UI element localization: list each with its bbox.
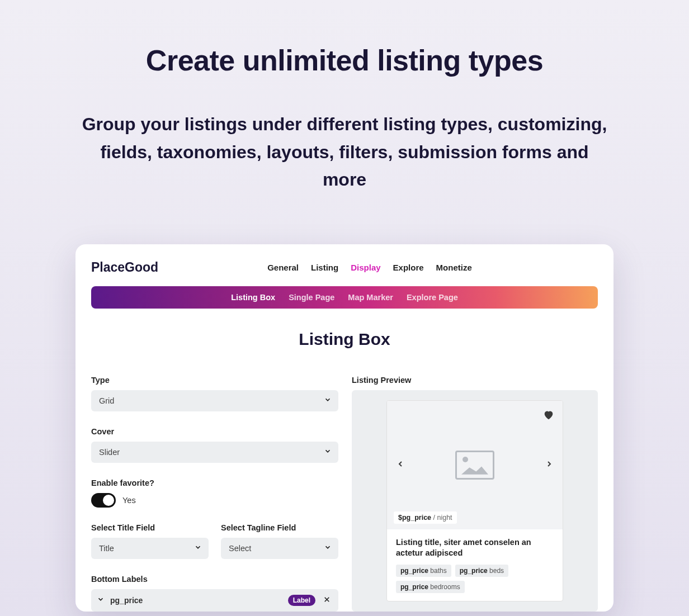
bottom-label-item[interactable]: pg_price Label [91,589,338,612]
section-title: Listing Box [91,330,598,349]
page-subtitle: Group your listings under different list… [76,111,613,194]
preview-media: $pg_price / night [387,401,563,529]
subtab-explore-page[interactable]: Explore Page [407,293,458,302]
tab-listing[interactable]: Listing [311,263,338,272]
tab-general[interactable]: General [267,263,299,272]
preview-box: $pg_price / night Listing title, siter a… [352,390,598,612]
chevron-down-icon[interactable] [97,595,105,605]
preview-heading: Listing Preview [352,376,598,385]
chip-var: pg_price [400,567,428,575]
favorite-value: Yes [122,496,136,505]
image-placeholder-icon [455,451,494,480]
tab-monetize[interactable]: Monetize [436,263,472,272]
tab-display[interactable]: Display [351,263,380,272]
bottom-labels-label: Bottom Labels [91,575,338,584]
card-header: PlaceGood General Listing Display Explor… [91,260,598,286]
cover-select-value: Slider [99,448,120,457]
favorite-toggle[interactable] [91,493,116,508]
tab-explore[interactable]: Explore [393,263,424,272]
type-select-value: Grid [99,396,114,405]
chip-var: pg_price [400,583,428,591]
title-field-label: Select Title Field [91,523,209,532]
cover-label: Cover [91,427,338,436]
price-var: $pg_price [398,514,431,522]
tagline-field-label: Select Tagline Field [221,523,338,532]
brand-logo: PlaceGood [91,260,158,275]
subtab-listing-box[interactable]: Listing Box [231,293,275,302]
chevron-left-icon[interactable] [393,456,408,474]
title-field-value: Title [99,544,114,553]
sub-nav: Listing Box Single Page Map Marker Explo… [91,286,598,309]
chip-var: pg_price [460,567,488,575]
favorite-label: Enable favorite? [91,478,338,487]
type-label: Type [91,376,338,385]
bottom-label-badge: Label [288,595,315,606]
price-suffix: / night [431,514,452,522]
preview-body: Listing title, siter amet conselen an ac… [387,529,563,601]
chip: pg_price bedrooms [396,581,465,593]
chip-text: beds [488,567,504,575]
settings-card: PlaceGood General Listing Display Explor… [75,244,614,612]
preview-title: Listing title, siter amet conselen an ac… [396,537,554,559]
tagline-field-value: Select [229,544,251,553]
title-field-select[interactable]: Title [91,538,209,559]
toggle-knob [103,495,114,506]
form-column: Type Grid Cover Slider Enable favorite? [91,376,338,612]
panel-body: Type Grid Cover Slider Enable favorite? [91,376,598,612]
chip-text: baths [428,567,447,575]
chevron-right-icon[interactable] [541,456,557,474]
type-select[interactable]: Grid [91,390,338,411]
tagline-field-select[interactable]: Select [221,538,338,559]
close-icon[interactable] [321,593,333,608]
page-title: Create unlimited listing types [0,44,689,77]
top-nav: General Listing Display Explore Monetize [267,263,472,272]
chip: pg_price baths [396,565,451,577]
heart-icon[interactable] [542,409,555,423]
preview-column: Listing Preview [352,376,598,612]
subtab-single-page[interactable]: Single Page [289,293,334,302]
cover-select[interactable]: Slider [91,442,338,463]
chip-text: bedrooms [428,583,460,591]
chip: pg_price beds [455,565,508,577]
price-tag: $pg_price / night [394,511,457,524]
chip-row: pg_price baths pg_price beds pg_price be… [396,565,554,593]
subtab-map-marker[interactable]: Map Marker [348,293,393,302]
preview-card: $pg_price / night Listing title, siter a… [386,400,563,601]
bottom-label-text: pg_price [110,596,282,605]
